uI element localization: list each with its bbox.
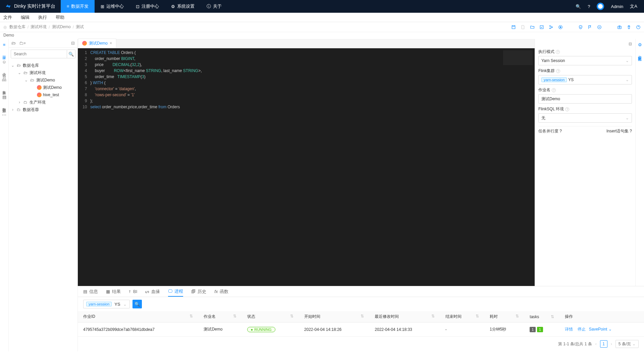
col-jobid[interactable]: 作业ID⇅ bbox=[78, 311, 198, 322]
tool-export-icon[interactable] bbox=[521, 25, 525, 30]
nav-ops[interactable]: ⊞运维中心 bbox=[95, 0, 130, 13]
btab-func[interactable]: fx函数 bbox=[214, 286, 228, 297]
breadcrumb-sub: Demo bbox=[0, 32, 644, 39]
code-editor[interactable]: 12345678910 CREATE TABLE Orders ( order_… bbox=[78, 48, 535, 286]
tool-delete-icon[interactable] bbox=[627, 25, 631, 30]
env-select[interactable]: 无⌄ bbox=[538, 113, 632, 123]
gutter: 12345678910 bbox=[78, 48, 90, 286]
mode-select[interactable]: Yarn Session⌄ bbox=[538, 56, 632, 65]
col-duration[interactable]: 耗时⇅ bbox=[484, 311, 524, 322]
menu-run[interactable]: 执行 bbox=[38, 14, 47, 20]
rail-session[interactable]: 会话 bbox=[2, 70, 7, 71]
job-name-input[interactable]: 测试Demo bbox=[538, 94, 632, 104]
node-env-test[interactable]: ⌄🗁测试环境 bbox=[10, 69, 76, 76]
aim-icon[interactable]: ◎ bbox=[3, 25, 7, 30]
tool-tree-icon[interactable] bbox=[549, 25, 553, 30]
help-env-icon[interactable]: ? bbox=[565, 107, 569, 111]
panel-collapse-icon[interactable]: ⊟ bbox=[629, 42, 632, 46]
tree-search-button[interactable]: 🔍 bbox=[67, 50, 75, 58]
op-savepoint[interactable]: SavePoint ⌄ bbox=[589, 327, 612, 332]
help-parallel-icon[interactable]: ? bbox=[559, 129, 562, 133]
pager-page[interactable]: 1 bbox=[600, 340, 607, 348]
col-status[interactable]: 状态⇅ bbox=[242, 311, 299, 322]
col-tasks[interactable]: tasks⇅ bbox=[524, 311, 559, 322]
tool-save-icon[interactable] bbox=[511, 25, 516, 30]
pager-size[interactable]: 5 条/页⌄ bbox=[615, 340, 639, 348]
insert-label: Insert语句集 bbox=[606, 129, 629, 133]
user-name[interactable]: Admin bbox=[611, 4, 623, 9]
tool-flag-icon[interactable] bbox=[588, 25, 592, 30]
pager-text: 第 1-1 条/总共 1 条 bbox=[558, 341, 592, 347]
help-icon[interactable]: ? bbox=[588, 4, 590, 9]
col-start[interactable]: 开始时间⇅ bbox=[299, 311, 370, 322]
col-jobname[interactable]: 作业名⇅ bbox=[198, 311, 241, 322]
cluster-select[interactable]: yarn-sessionYS⌄ bbox=[538, 75, 632, 84]
datasource-icon[interactable]: ▤ bbox=[2, 95, 6, 100]
btab-result[interactable]: ▦结果 bbox=[106, 286, 121, 297]
node-hive-file[interactable]: hive_test bbox=[10, 91, 76, 99]
pager-next[interactable]: › bbox=[611, 342, 612, 346]
catalog-icon[interactable]: ≡ bbox=[3, 42, 6, 47]
pager-prev[interactable]: ‹ bbox=[595, 342, 597, 346]
minimap[interactable] bbox=[503, 50, 533, 65]
tool-open-icon[interactable] bbox=[530, 25, 535, 30]
tool-camera-icon[interactable] bbox=[617, 25, 622, 30]
crumb-1[interactable]: 测试环境 bbox=[31, 24, 47, 30]
nav-data-dev[interactable]: ⌗数据开发 bbox=[61, 0, 95, 13]
rail-cluster[interactable]: 集群 bbox=[2, 88, 7, 89]
tool-play-icon[interactable] bbox=[558, 25, 563, 30]
tree-search-input[interactable] bbox=[11, 50, 67, 58]
language-icon[interactable]: 文A bbox=[630, 3, 637, 9]
cluster-icon[interactable]: 品 bbox=[2, 76, 6, 82]
btab-bi[interactable]: ⫯BI bbox=[129, 286, 137, 297]
cell-modified: 2022-04-04 14:18:33 bbox=[369, 322, 440, 337]
menu-help[interactable]: 帮助 bbox=[56, 14, 64, 20]
tab-demo[interactable]: 测试Demo × bbox=[78, 39, 116, 48]
tool-check-icon[interactable] bbox=[539, 25, 544, 30]
btab-info[interactable]: ▤信息 bbox=[83, 286, 98, 297]
op-detail[interactable]: 详情 bbox=[565, 327, 573, 332]
nav-about[interactable]: ⓘ关于 bbox=[201, 0, 228, 13]
crumb-3: 测试 bbox=[76, 24, 84, 30]
menu-edit[interactable]: 编辑 bbox=[21, 14, 30, 20]
crumb-2[interactable]: 测试Demo bbox=[52, 24, 71, 30]
rail-job-config[interactable]: 作业配置 bbox=[637, 53, 642, 55]
filter-cluster-select[interactable]: yarn-sessionYS⌄ bbox=[83, 300, 130, 308]
help-job-icon[interactable]: ? bbox=[552, 88, 556, 92]
btab-process[interactable]: 🖵进程 bbox=[168, 286, 183, 297]
node-root[interactable]: ⌄🗁数据仓库 bbox=[10, 62, 76, 69]
btab-lineage[interactable]: ᔕ血缘 bbox=[145, 286, 160, 297]
more-icon[interactable]: ⋯ bbox=[2, 112, 6, 117]
node-root2[interactable]: ›🗀数据苍蓉 bbox=[10, 106, 76, 113]
tool-help-icon[interactable] bbox=[636, 25, 641, 30]
collapse-icon[interactable]: ⊟ bbox=[71, 41, 75, 46]
help-cluster-icon[interactable]: ? bbox=[556, 69, 560, 73]
help-mode-icon[interactable]: ? bbox=[556, 50, 560, 54]
help-insert-icon[interactable]: ? bbox=[630, 129, 632, 133]
tool-pause-icon[interactable] bbox=[597, 25, 602, 30]
folder-add-icon[interactable]: 🗀+ bbox=[19, 41, 26, 46]
op-stop[interactable]: 停止 bbox=[578, 327, 586, 332]
filter-search-button[interactable]: 🔍 bbox=[132, 300, 142, 308]
code-lines: CREATE TABLE Orders ( order_number BIGIN… bbox=[90, 48, 202, 286]
rail-datasource[interactable]: 数据源 bbox=[2, 105, 7, 107]
search-icon[interactable]: 🔍 bbox=[576, 4, 581, 9]
crumb-0[interactable]: 数据仓库 bbox=[9, 24, 25, 30]
nav-settings[interactable]: ⚙系统设置 bbox=[165, 0, 201, 13]
node-demo-file[interactable]: 测试Demo bbox=[10, 84, 76, 91]
col-end[interactable]: 结束时间⇅ bbox=[440, 311, 484, 322]
rail-catalog[interactable]: 目录 bbox=[2, 53, 7, 54]
btab-history[interactable]: 🗐历史 bbox=[191, 286, 206, 297]
folder-open-icon[interactable]: 🗁 bbox=[11, 41, 16, 46]
cell-name: 测试Demo bbox=[198, 322, 241, 337]
node-env-prod[interactable]: ›🗀生产环境 bbox=[10, 99, 76, 106]
nav-registry[interactable]: ⊡注册中心 bbox=[130, 0, 165, 13]
node-demo-folder[interactable]: ⌄🗁测试Demo bbox=[10, 76, 76, 84]
menu-file[interactable]: 文件 bbox=[3, 14, 12, 20]
col-modified[interactable]: 最近修改时间⇅ bbox=[369, 311, 440, 322]
gear-icon[interactable]: ⚙ bbox=[638, 42, 642, 47]
session-icon[interactable]: ☺ bbox=[2, 59, 6, 64]
tab-close-icon[interactable]: × bbox=[110, 41, 112, 46]
tool-shield-icon[interactable] bbox=[578, 25, 583, 30]
avatar[interactable] bbox=[597, 3, 604, 10]
